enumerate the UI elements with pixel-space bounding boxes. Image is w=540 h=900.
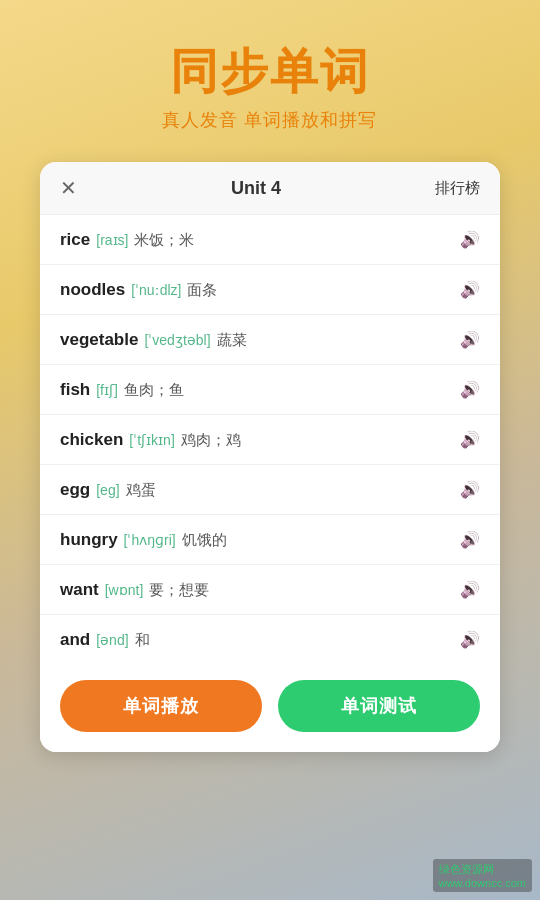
list-item: rice [raɪs] 米饭；米 xyxy=(40,215,500,265)
word-phonetic: [ˈtʃɪkɪn] xyxy=(129,432,174,448)
watermark-url: www.downcc.com xyxy=(439,877,526,889)
word-chinese: 鸡蛋 xyxy=(126,481,156,500)
word-content: want [wɒnt] 要；想要 xyxy=(60,580,452,600)
card-title: Unit 4 xyxy=(231,178,281,199)
word-english: fish xyxy=(60,380,90,400)
sound-icon[interactable] xyxy=(460,379,480,400)
word-english: hungry xyxy=(60,530,118,550)
word-english: chicken xyxy=(60,430,123,450)
watermark: 绿色资源网 www.downcc.com xyxy=(433,859,532,892)
word-content: noodles [ˈnuːdlz] 面条 xyxy=(60,280,452,300)
word-content: and [ənd] 和 xyxy=(60,630,452,650)
word-english: vegetable xyxy=(60,330,138,350)
ranking-button[interactable]: 排行榜 xyxy=(435,179,480,198)
watermark-site: 绿色资源网 xyxy=(439,863,494,875)
list-item: chicken [ˈtʃɪkɪn] 鸡肉；鸡 xyxy=(40,415,500,465)
word-phonetic: [ˈnuːdlz] xyxy=(131,282,181,298)
word-content: hungry [ˈhʌŋɡri] 饥饿的 xyxy=(60,530,452,550)
word-english: noodles xyxy=(60,280,125,300)
sound-icon[interactable] xyxy=(460,479,480,500)
word-phonetic: [ənd] xyxy=(96,632,128,648)
word-phonetic: [ˈhʌŋɡri] xyxy=(124,532,176,548)
word-chinese: 饥饿的 xyxy=(182,531,227,550)
list-item: and [ənd] 和 xyxy=(40,615,500,664)
sound-icon[interactable] xyxy=(460,529,480,550)
close-icon[interactable]: ✕ xyxy=(60,176,77,200)
card-footer: 单词播放 单词测试 xyxy=(40,664,500,752)
sound-icon[interactable] xyxy=(460,429,480,450)
word-phonetic: [wɒnt] xyxy=(105,582,144,598)
word-chinese: 蔬菜 xyxy=(217,331,247,350)
card-header: ✕ Unit 4 排行榜 xyxy=(40,162,500,215)
word-english: and xyxy=(60,630,90,650)
list-item: fish [fɪʃ] 鱼肉；鱼 xyxy=(40,365,500,415)
main-card: ✕ Unit 4 排行榜 rice [raɪs] 米饭；米 noodles [ˈ… xyxy=(40,162,500,752)
sound-icon[interactable] xyxy=(460,629,480,650)
list-item: want [wɒnt] 要；想要 xyxy=(40,565,500,615)
word-chinese: 米饭；米 xyxy=(134,231,194,250)
sound-icon[interactable] xyxy=(460,229,480,250)
word-phonetic: [ˈvedʒtəbl] xyxy=(144,332,210,348)
word-content: egg [eg] 鸡蛋 xyxy=(60,480,452,500)
word-chinese: 鱼肉；鱼 xyxy=(124,381,184,400)
list-item: hungry [ˈhʌŋɡri] 饥饿的 xyxy=(40,515,500,565)
word-content: fish [fɪʃ] 鱼肉；鱼 xyxy=(60,380,452,400)
app-header: 同步单词 真人发音 单词播放和拼写 xyxy=(0,0,540,142)
word-chinese: 面条 xyxy=(187,281,217,300)
list-item: egg [eg] 鸡蛋 xyxy=(40,465,500,515)
word-phonetic: [eg] xyxy=(96,482,119,498)
word-english: want xyxy=(60,580,99,600)
word-content: chicken [ˈtʃɪkɪn] 鸡肉；鸡 xyxy=(60,430,452,450)
app-title: 同步单词 xyxy=(0,40,540,104)
word-content: vegetable [ˈvedʒtəbl] 蔬菜 xyxy=(60,330,452,350)
sound-icon[interactable] xyxy=(460,579,480,600)
test-button[interactable]: 单词测试 xyxy=(278,680,480,732)
play-button[interactable]: 单词播放 xyxy=(60,680,262,732)
sound-icon[interactable] xyxy=(460,329,480,350)
list-item: noodles [ˈnuːdlz] 面条 xyxy=(40,265,500,315)
word-list: rice [raɪs] 米饭；米 noodles [ˈnuːdlz] 面条 ve… xyxy=(40,215,500,664)
word-chinese: 和 xyxy=(135,631,150,650)
word-chinese: 要；想要 xyxy=(149,581,209,600)
word-phonetic: [fɪʃ] xyxy=(96,382,118,398)
word-english: rice xyxy=(60,230,90,250)
list-item: vegetable [ˈvedʒtəbl] 蔬菜 xyxy=(40,315,500,365)
word-chinese: 鸡肉；鸡 xyxy=(181,431,241,450)
word-english: egg xyxy=(60,480,90,500)
word-phonetic: [raɪs] xyxy=(96,232,128,248)
word-content: rice [raɪs] 米饭；米 xyxy=(60,230,452,250)
app-subtitle: 真人发音 单词播放和拼写 xyxy=(0,108,540,132)
sound-icon[interactable] xyxy=(460,279,480,300)
